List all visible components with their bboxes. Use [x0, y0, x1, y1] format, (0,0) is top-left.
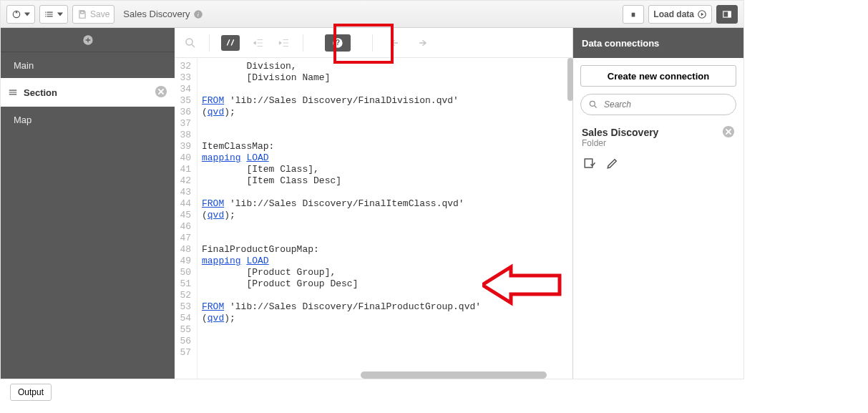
svg-point-8 — [186, 39, 192, 45]
plus-icon — [82, 34, 94, 46]
app-title: Sales Discovery i — [123, 9, 203, 19]
help-button[interactable]: ? — [325, 34, 351, 52]
bug-icon — [628, 9, 638, 19]
section-header: Section — [1, 78, 175, 107]
body: Main Section Map — [1, 28, 743, 379]
svg-rect-5 — [728, 11, 731, 16]
toggle-panel-button[interactable] — [716, 5, 738, 24]
output-button[interactable]: Output — [10, 384, 52, 401]
data-connections-panel: Data connections Create new connection S… — [573, 28, 743, 379]
remove-connection-icon[interactable] — [722, 125, 735, 138]
line-gutter: 3233343536373839404142434445464748495051… — [175, 58, 198, 379]
add-section-button[interactable] — [1, 28, 175, 52]
close-section-icon[interactable] — [155, 85, 167, 98]
app-window: Save Sales Discovery i Load data Main — [0, 0, 744, 379]
outdent-icon — [252, 37, 265, 49]
connection-type: Folder — [582, 138, 735, 148]
help-icon: ? — [332, 37, 343, 49]
editor-search-button[interactable] — [183, 36, 198, 50]
connection-search-field[interactable] — [580, 94, 736, 115]
editor-panel: ? 32333435363738394041424344454647484950… — [175, 28, 573, 379]
comment-icon — [225, 38, 235, 48]
select-data-button[interactable] — [583, 157, 596, 172]
pencil-icon — [606, 157, 619, 170]
undo-icon — [389, 37, 402, 49]
data-connections-header: Data connections — [573, 28, 743, 58]
search-icon — [588, 99, 598, 110]
outdent-button[interactable] — [251, 36, 265, 50]
create-connection-button[interactable]: Create new connection — [580, 65, 736, 87]
play-icon — [697, 9, 707, 19]
indent-icon — [278, 37, 291, 49]
section-item-map[interactable]: Map — [1, 107, 175, 132]
info-icon: i — [193, 9, 203, 19]
indent-button[interactable] — [277, 36, 291, 50]
redo-icon — [415, 37, 428, 49]
svg-point-11 — [590, 101, 595, 106]
top-toolbar: Save Sales Discovery i Load data — [1, 1, 743, 28]
load-data-label: Load data — [653, 9, 694, 19]
edit-connection-button[interactable] — [606, 157, 619, 172]
undo-button[interactable] — [389, 36, 403, 50]
horizontal-scrollbar[interactable] — [361, 371, 547, 379]
editor-toolbar: ? — [175, 28, 572, 58]
hamburger-icon — [8, 87, 18, 97]
annotation-arrow — [482, 260, 568, 310]
connection-title: Sales Discovery — [582, 127, 735, 138]
save-label: Save — [90, 9, 109, 19]
panel-icon — [722, 9, 732, 19]
comment-button[interactable] — [221, 35, 240, 51]
connection-item[interactable]: Sales Discovery Folder — [580, 122, 736, 176]
nav-menu-button[interactable] — [6, 5, 35, 24]
code-lines[interactable]: Division, [Division Name] FROM 'lib://Sa… — [198, 58, 485, 379]
search-icon — [184, 37, 197, 49]
section-item-main[interactable]: Main — [1, 52, 175, 78]
list-menu-button[interactable] — [39, 5, 68, 24]
connection-search-input[interactable] — [603, 99, 728, 110]
debug-button[interactable] — [623, 5, 644, 24]
svg-rect-13 — [585, 159, 593, 167]
editor-scrollbar[interactable] — [567, 58, 573, 101]
code-editor[interactable]: 3233343536373839404142434445464748495051… — [175, 58, 572, 379]
sections-panel: Main Section Map — [1, 28, 175, 379]
load-data-button[interactable]: Load data — [648, 5, 712, 24]
save-button[interactable]: Save — [72, 5, 114, 24]
redo-button[interactable] — [414, 36, 429, 50]
svg-text:?: ? — [336, 39, 340, 47]
select-data-icon — [583, 157, 596, 170]
